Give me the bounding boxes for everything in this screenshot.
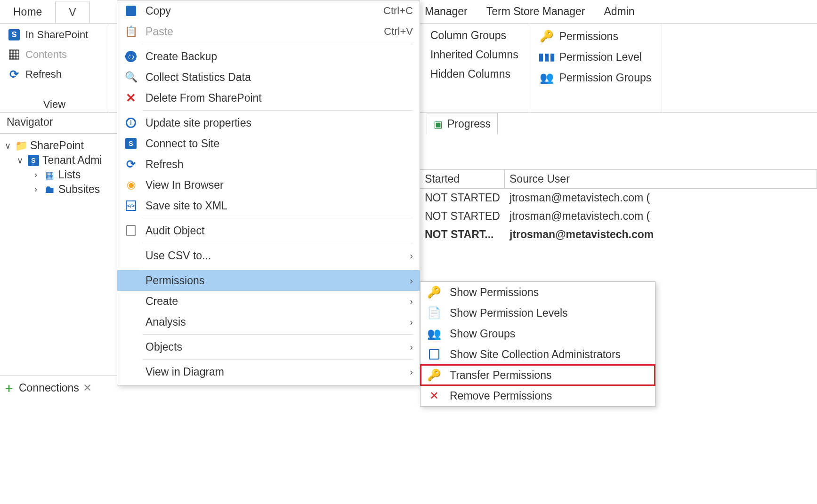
tree-lists[interactable]: › ▦ Lists xyxy=(3,168,115,182)
contents-icon xyxy=(8,48,21,61)
ribbon-inherited-columns[interactable]: Inherited Columns xyxy=(429,47,519,63)
cell-source-user: jtrosman@metavistech.com ( xyxy=(505,207,817,225)
sub-show-site-collection-admins[interactable]: Show Site Collection Administrators xyxy=(421,344,655,365)
sub-transfer-permissions[interactable]: 🔑 Transfer Permissions xyxy=(421,365,655,385)
ctx-analysis[interactable]: Analysis › xyxy=(117,312,420,332)
tree-sharepoint-root[interactable]: ∨ 📁 SharePoint xyxy=(3,138,115,153)
tree-twisty-icon[interactable]: ∨ xyxy=(3,141,12,151)
ctx-delete-from-sharepoint[interactable]: ✕ Delete From SharePoint xyxy=(117,88,420,108)
ctx-analysis-label: Analysis xyxy=(139,316,405,328)
tree-subsites[interactable]: › 🖿 Subsites xyxy=(3,182,115,197)
ctx-paste[interactable]: 📋 Paste Ctrl+V xyxy=(117,21,420,42)
ribbon-in-sharepoint-label: In SharePoint xyxy=(25,29,88,41)
ctx-view-browser-label: View In Browser xyxy=(139,179,413,192)
sub-show-permissions[interactable]: 🔑 Show Permissions xyxy=(421,282,655,303)
sharepoint-s-icon: S xyxy=(8,28,21,41)
ribbon-contents-label: Contents xyxy=(25,48,67,61)
tab-home[interactable]: Home xyxy=(0,1,55,23)
jobs-table-header: Started Source User xyxy=(420,170,817,189)
tree-twisty-icon[interactable]: › xyxy=(31,184,40,194)
col-started[interactable]: Started xyxy=(420,170,505,188)
ctx-separator xyxy=(143,334,413,335)
ctx-copy-shortcut: Ctrl+C xyxy=(383,5,413,17)
sub-show-admins-label: Show Site Collection Administrators xyxy=(442,348,648,361)
jobs-table: Started Source User NOT STARTED jtrosman… xyxy=(420,169,817,244)
ctx-create[interactable]: Create › xyxy=(117,291,420,312)
ctx-paste-label: Paste xyxy=(139,25,384,38)
ctx-connect-label: Connect to Site xyxy=(139,137,413,150)
copy-icon xyxy=(123,6,139,16)
ribbon-permission-groups[interactable]: 👥 Permission Groups xyxy=(539,69,653,87)
ribbon-column-groups[interactable]: Column Groups xyxy=(429,27,519,44)
users-icon: 👥 xyxy=(540,71,554,85)
cell-source-user: jtrosman@metavistech.com xyxy=(505,225,817,244)
tab-manager[interactable]: Manager xyxy=(425,5,468,18)
sub-show-levels-label: Show Permission Levels xyxy=(442,307,648,320)
permissions-submenu: 🔑 Show Permissions 📄 Show Permission Lev… xyxy=(420,281,655,407)
ctx-permissions[interactable]: Permissions › xyxy=(117,270,420,291)
ctx-use-csv-to[interactable]: Use CSV to... › xyxy=(117,245,420,266)
ctx-connect-to-site[interactable]: S Connect to Site xyxy=(117,133,420,154)
ctx-save-site-to-xml[interactable]: </> Save site to XML xyxy=(117,195,420,216)
sub-show-groups-label: Show Groups xyxy=(442,328,648,340)
tree-tenant-admin[interactable]: ∨ S Tenant Admi xyxy=(3,153,115,168)
ctx-copy[interactable]: Copy Ctrl+C xyxy=(117,0,420,21)
connections-label: Connections xyxy=(19,382,79,394)
sub-show-groups[interactable]: 👥 Show Groups xyxy=(421,323,655,344)
xml-icon: </> xyxy=(123,200,139,211)
plus-icon: ＋ xyxy=(3,380,15,396)
connections-tab[interactable]: ＋ Connections ✕ xyxy=(0,376,118,400)
key-icon: 🔑 xyxy=(540,29,554,43)
ribbon-permission-groups-label: Permission Groups xyxy=(559,72,652,84)
sub-show-permission-levels[interactable]: 📄 Show Permission Levels xyxy=(421,303,655,323)
col-source-user[interactable]: Source User xyxy=(505,170,817,188)
ctx-refresh[interactable]: ⟳ Refresh xyxy=(117,154,420,175)
close-icon[interactable]: ✕ xyxy=(83,382,92,394)
ctx-view-in-diagram[interactable]: View in Diagram › xyxy=(117,361,420,382)
eye-icon: ◉ xyxy=(123,179,139,191)
tab-term-store-manager[interactable]: Term Store Manager xyxy=(486,5,585,18)
ctx-separator xyxy=(143,359,413,360)
ctx-paste-shortcut: Ctrl+V xyxy=(384,25,413,38)
ribbon-hidden-columns-label: Hidden Columns xyxy=(430,68,510,80)
ribbon-contents[interactable]: Contents xyxy=(5,46,104,63)
ribbon-in-sharepoint[interactable]: S In SharePoint xyxy=(5,26,104,43)
sharepoint-icon: S xyxy=(123,138,139,149)
tree-sharepoint-label: SharePoint xyxy=(30,139,84,152)
navigator-panel: Navigator ∨ 📁 SharePoint ∨ S Tenant Admi… xyxy=(0,113,118,376)
submenu-arrow-icon: › xyxy=(405,296,413,307)
ctx-view-in-browser[interactable]: ◉ View In Browser xyxy=(117,175,420,195)
right-ribbon-fragment: Column Groups Inherited Columns Hidden C… xyxy=(420,24,817,113)
ctx-create-backup[interactable]: ⭮ Create Backup xyxy=(117,46,420,67)
ribbon-hidden-columns[interactable]: Hidden Columns xyxy=(429,66,519,82)
folder-icon: 📁 xyxy=(15,140,27,152)
ctx-audit-object[interactable]: Audit Object xyxy=(117,220,420,241)
ribbon-refresh-label: Refresh xyxy=(25,68,62,80)
tree-twisty-icon[interactable]: ∨ xyxy=(15,155,24,166)
submenu-arrow-icon: › xyxy=(405,275,413,286)
progress-icon: ▣ xyxy=(434,118,443,130)
tree-twisty-icon[interactable]: › xyxy=(31,170,40,180)
ribbon-permissions[interactable]: 🔑 Permissions xyxy=(539,27,653,45)
table-row[interactable]: NOT STARTED jtrosman@metavistech.com ( xyxy=(420,207,817,225)
sub-remove-permissions[interactable]: ✕ Remove Permissions xyxy=(421,385,655,406)
tab-active-hidden[interactable]: V xyxy=(55,1,89,24)
delete-icon: ✕ xyxy=(123,91,139,105)
ribbon-refresh[interactable]: ⟳ Refresh xyxy=(5,66,104,83)
info-icon: i xyxy=(123,118,139,128)
table-row[interactable]: NOT START... jtrosman@metavistech.com xyxy=(420,225,817,244)
sharepoint-node-icon: S xyxy=(27,154,40,167)
ctx-update-site-properties[interactable]: i Update site properties xyxy=(117,112,420,133)
ctx-collect-stats[interactable]: 🔍 Collect Statistics Data xyxy=(117,67,420,88)
ribbon-permission-level[interactable]: ▮▮▮ Permission Level xyxy=(539,48,653,66)
bars-icon: ▮▮▮ xyxy=(540,50,554,64)
right-tabs-fragment: Manager Term Store Manager Admin xyxy=(420,0,817,24)
table-row[interactable]: NOT STARTED jtrosman@metavistech.com ( xyxy=(420,189,817,207)
ctx-objects[interactable]: Objects › xyxy=(117,336,420,357)
navigator-title: Navigator xyxy=(7,116,53,128)
ctx-csv-label: Use CSV to... xyxy=(139,249,405,262)
progress-tab[interactable]: ▣ Progress xyxy=(427,113,498,135)
tab-admin[interactable]: Admin xyxy=(604,5,634,18)
ctx-save-xml-label: Save site to XML xyxy=(139,200,413,212)
users-icon: 👥 xyxy=(426,327,442,340)
